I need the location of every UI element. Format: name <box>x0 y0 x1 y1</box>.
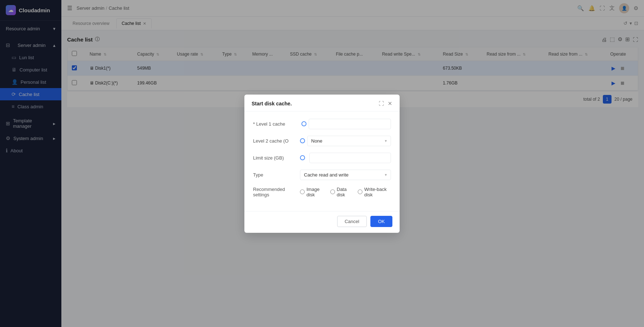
radio-group-recommended: Image disk Data disk Write-back disk <box>300 187 391 197</box>
start-disk-cache-modal: Start disk cache. ⛶ ✕ * Level 1 cache Le… <box>244 95 400 233</box>
cancel-button[interactable]: Cancel <box>337 216 367 227</box>
radio-data-disk[interactable]: Data disk <box>330 187 353 197</box>
type-label: Type <box>253 172 300 178</box>
modal-header: Start disk cache. ⛶ ✕ <box>244 95 400 112</box>
level2-select-value: None <box>311 138 322 144</box>
form-row-recommended: Recommended settings Image disk Data dis… <box>253 187 391 197</box>
recommended-label: Recommended settings <box>253 187 300 197</box>
modal-header-actions: ⛶ ✕ <box>379 100 392 107</box>
level1-input[interactable] <box>309 119 391 129</box>
radio-writeback-disk-input[interactable] <box>358 189 362 194</box>
form-row-type: Type Cache read and write ▾ <box>253 170 391 180</box>
level2-select[interactable]: None ▾ <box>307 136 391 146</box>
type-select-arrow: ▾ <box>385 173 387 177</box>
limit-size-label: Limit size (GB) <box>253 155 300 161</box>
modal-expand-icon[interactable]: ⛶ <box>379 100 384 106</box>
level2-select-arrow: ▾ <box>385 139 387 143</box>
level1-label: * Level 1 cache <box>253 121 300 127</box>
level1-info-icon <box>301 121 306 126</box>
type-select[interactable]: Cache read and write ▾ <box>300 170 391 180</box>
modal-body: * Level 1 cache Level 2 cache (O None ▾ … <box>244 112 400 211</box>
limit-size-info-icon <box>300 155 305 160</box>
radio-image-disk-input[interactable] <box>300 189 305 194</box>
modal-footer: Cancel OK <box>244 211 400 233</box>
limit-size-input[interactable] <box>309 153 391 163</box>
modal-overlay: Start disk cache. ⛶ ✕ * Level 1 cache Le… <box>0 0 644 327</box>
level2-info-icon <box>300 138 305 143</box>
ok-button[interactable]: OK <box>370 216 392 227</box>
level2-label: Level 2 cache (O <box>253 138 300 144</box>
type-select-value: Cache read and write <box>304 172 349 178</box>
modal-title: Start disk cache. <box>252 101 292 106</box>
form-row-level2: Level 2 cache (O None ▾ <box>253 136 391 146</box>
modal-close-icon[interactable]: ✕ <box>388 100 392 107</box>
form-row-limit-size: Limit size (GB) <box>253 153 391 163</box>
form-row-level1: * Level 1 cache <box>253 119 391 129</box>
radio-writeback-disk[interactable]: Write-back disk <box>358 187 391 197</box>
radio-data-disk-input[interactable] <box>330 189 335 194</box>
radio-image-disk[interactable]: Image disk <box>300 187 325 197</box>
